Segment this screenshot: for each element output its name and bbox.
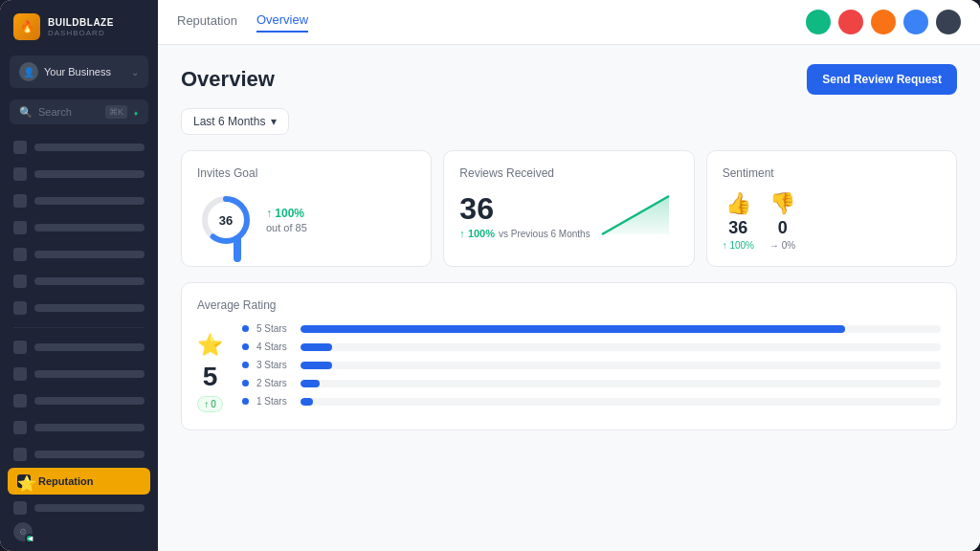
avatar-red[interactable]: [838, 10, 863, 34]
logo-name: BUILDBLAZE: [48, 17, 114, 29]
tab-overview[interactable]: Overview: [256, 12, 308, 33]
sidebar-item-widget[interactable]: [0, 295, 158, 321]
bar-dot: [242, 343, 249, 350]
sidebar-item-table[interactable]: [0, 387, 158, 414]
reviews-received-card: Reviews Received 36 ↑ 100% vs Previous 6…: [443, 150, 694, 267]
sidebar-bottom: ⚙ ◀: [0, 515, 158, 551]
sidebar-item-bell[interactable]: [0, 414, 158, 441]
sidebar-item-clipboard[interactable]: [0, 241, 158, 268]
sidebar-item-calendar[interactable]: [0, 214, 158, 241]
send-review-button[interactable]: Send Review Request: [807, 64, 957, 95]
nav-label-bar: [34, 277, 145, 285]
sidebar-divider: [13, 327, 145, 328]
goal-out-of: out of 85: [266, 222, 307, 233]
topbar: Reputation Overview: [158, 0, 980, 45]
sentiment-positive: 👍 36 ↑ 100%: [723, 191, 754, 251]
positive-pct: ↑ 100%: [723, 240, 754, 251]
avatar-green[interactable]: [806, 10, 831, 34]
negative-pct: → 0%: [769, 240, 795, 251]
notification-dot: ◀: [25, 534, 34, 543]
rating-bar-row: 5 Stars: [242, 323, 941, 334]
content-area: Overview Send Review Request Last 6 Mont…: [158, 45, 980, 551]
nav-label-bar: [34, 343, 145, 351]
nav-label-bar: [34, 424, 145, 431]
chevron-down-icon: ⌄: [131, 67, 139, 77]
main-content: Reputation Overview Overview Send Review…: [158, 0, 980, 551]
search-action-icon: ⬧: [133, 107, 139, 118]
send-icon: [13, 341, 27, 354]
calendar-icon: [13, 221, 27, 234]
bar-track: [301, 362, 941, 369]
chat-icon: [13, 194, 27, 208]
bar-track: [301, 380, 941, 387]
svg-rect-2: [234, 235, 241, 262]
sidebar-item-send[interactable]: [0, 334, 158, 361]
thumbs-up-icon: 👍: [725, 191, 751, 216]
invites-goal-card: Invites Goal 36: [181, 150, 432, 267]
search-input[interactable]: Search: [38, 106, 100, 118]
nodes-icon: [13, 275, 27, 288]
logo: 🔥 BUILDBLAZE DASHBOARD: [0, 0, 158, 50]
nav-top: ⭐ Reputation: [0, 130, 158, 515]
bar-fill: [301, 343, 332, 351]
sidebar-item-grid[interactable]: [0, 161, 158, 187]
sidebar-item-home[interactable]: [0, 134, 158, 161]
business-name: Your Business: [44, 66, 125, 77]
avatar-dark[interactable]: [936, 10, 961, 34]
rating-number: 5: [203, 362, 218, 392]
business-selector[interactable]: 👤 Your Business ⌄: [10, 55, 148, 88]
filter-dropdown[interactable]: Last 6 Months ▾: [181, 108, 289, 135]
reviews-chart: [592, 191, 679, 239]
reviews-change-pct: ↑ 100%: [459, 228, 495, 239]
bar-fill: [301, 398, 313, 406]
nav-label-bar: [34, 170, 145, 178]
bar-fill: [301, 380, 320, 387]
rating-bar-row: 1 Stars: [242, 396, 941, 407]
sidebar-item-analytics[interactable]: [0, 495, 158, 515]
nav-label-bar: [34, 197, 145, 205]
topbar-tabs: Reputation Overview: [177, 12, 308, 33]
search-box[interactable]: 🔍 Search ⌘K ⬧: [10, 99, 148, 124]
star-icon: ⭐: [197, 333, 223, 358]
thumbs-down-icon: 👎: [769, 191, 795, 216]
filter-label: Last 6 Months: [193, 115, 265, 128]
reviews-left: 36 ↑ 100% vs Previous 6 Months: [459, 193, 590, 239]
invites-goal-title: Invites Goal: [197, 166, 415, 180]
rating-card-title: Average Rating: [197, 298, 941, 312]
nav-label-bar: [34, 304, 145, 312]
logo-sub: DASHBOARD: [48, 29, 114, 37]
nav-label-bar: [34, 224, 145, 231]
reviews-vs: ↑ 100% vs Previous 6 Months: [459, 228, 590, 239]
reviews-title: Reviews Received: [459, 166, 678, 180]
sidebar-item-image[interactable]: [0, 441, 158, 468]
goal-info: ↑ 100% out of 85: [266, 207, 307, 233]
image-icon: [13, 448, 27, 461]
target-icon: [13, 367, 27, 381]
bar-dot: [242, 398, 249, 405]
avatar-orange[interactable]: [871, 10, 896, 34]
stats-row: Invites Goal 36: [181, 150, 957, 267]
sentiment-title: Sentiment: [723, 166, 941, 180]
avatar-blue[interactable]: [903, 10, 928, 34]
bar-track: [301, 398, 941, 406]
sidebar: 🔥 BUILDBLAZE DASHBOARD 👤 Your Business ⌄…: [0, 0, 158, 551]
reviews-number: 36: [459, 193, 590, 224]
sentiment-card: Sentiment 👍 36 ↑ 100% 👎 0 → 0%: [706, 150, 957, 267]
page-title: Overview: [181, 67, 275, 92]
rating-change-value: 0: [211, 399, 216, 409]
bar-label: 1 Stars: [256, 396, 293, 407]
sidebar-item-nodes[interactable]: [0, 268, 158, 295]
sidebar-item-reputation[interactable]: ⭐ Reputation: [8, 468, 150, 495]
sidebar-item-chat[interactable]: [0, 187, 158, 214]
clipboard-icon: [13, 248, 27, 261]
bar-dot: [242, 362, 249, 368]
tab-reputation[interactable]: Reputation: [177, 13, 237, 32]
negative-count: 0: [778, 218, 788, 238]
rating-bar-row: 4 Stars: [242, 342, 941, 352]
settings-button[interactable]: ⚙ ◀: [13, 522, 33, 541]
sidebar-item-target[interactable]: [0, 361, 158, 387]
positive-count: 36: [728, 218, 747, 238]
rating-score: ⭐ 5 ↑ 0: [197, 323, 223, 412]
up-arrow-icon: ↑: [204, 399, 209, 409]
bar-dot: [242, 380, 249, 386]
